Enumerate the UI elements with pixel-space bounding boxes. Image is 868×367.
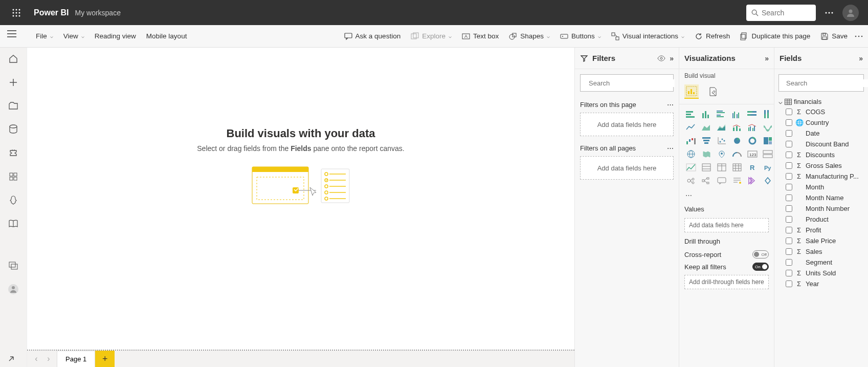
filters-all-drop[interactable]: Add data fields here [580,156,674,180]
text-box-button[interactable]: A Text box [457,29,504,44]
viz-donut[interactable] [746,135,759,146]
viz-stacked-bar[interactable] [684,109,698,120]
field-checkbox[interactable] [786,259,792,266]
my-workspace-icon[interactable] [7,283,19,295]
refresh-button[interactable]: Refresh [689,29,735,44]
field-checkbox[interactable] [786,270,792,276]
buttons-button[interactable]: Buttons⌵ [555,29,606,44]
field-checkbox[interactable] [786,248,792,255]
viz-stacked-area[interactable] [715,122,728,133]
data-hub-icon[interactable] [7,123,19,136]
viz-paginated[interactable] [746,175,759,186]
learn-icon[interactable] [7,218,19,230]
field-item[interactable]: ΣUnits Sold [774,268,868,278]
field-item[interactable]: ΣProfit [774,225,868,235]
viz-map[interactable] [684,148,698,160]
home-icon[interactable] [7,53,19,65]
viz-matrix[interactable] [730,162,744,173]
values-drop[interactable]: Add data fields here [684,218,769,232]
viz-qna[interactable] [715,175,728,186]
fields-table-header[interactable]: ⌵ financials [774,97,868,106]
field-checkbox[interactable] [786,238,792,244]
field-item[interactable]: Month [774,182,868,192]
view-menu[interactable]: View⌵ [58,29,90,43]
field-item[interactable]: ΣSales [774,246,868,257]
expand-icon[interactable] [7,355,15,363]
mobile-layout-button[interactable]: Mobile layout [141,29,192,43]
viz-pie[interactable] [730,135,744,146]
viz-multirow-card[interactable] [761,148,774,160]
file-menu[interactable]: File⌵ [31,29,58,43]
field-checkbox[interactable] [786,109,792,115]
user-avatar[interactable] [842,5,859,21]
collapse-icon[interactable]: » [859,54,863,62]
metrics-icon[interactable] [7,147,19,159]
field-item[interactable]: 🌐Country [774,117,868,128]
field-item[interactable]: ΣDiscounts [774,149,868,160]
shapes-button[interactable]: Shapes⌵ [504,29,555,44]
deployment-icon[interactable] [7,194,19,206]
filters-search-input[interactable] [589,79,675,87]
field-item[interactable]: ΣGross Sales [774,160,868,171]
more-icon[interactable]: ⋯ [667,101,674,109]
viz-card[interactable]: 123 [746,148,759,160]
field-checkbox[interactable] [786,152,792,158]
viz-r[interactable]: R [746,162,759,173]
viz-line-clustered[interactable] [746,122,759,133]
viz-kpi[interactable] [684,162,698,173]
viz-slicer[interactable] [700,162,713,173]
field-checkbox[interactable] [786,195,792,201]
viz-area[interactable] [700,122,713,133]
field-checkbox[interactable] [786,216,792,223]
field-item[interactable]: Discount Band [774,139,868,149]
tab-prev-icon[interactable]: ‹ [30,351,42,367]
ribbon-more-icon[interactable] [853,32,865,40]
global-search[interactable] [746,5,816,21]
field-checkbox[interactable] [786,130,792,137]
field-item[interactable]: Segment [774,257,868,268]
create-icon[interactable] [7,76,19,89]
field-item[interactable]: Product [774,214,868,225]
report-canvas[interactable]: Build visuals with your data Select or d… [27,48,574,351]
field-checkbox[interactable] [786,119,792,126]
explore-button[interactable]: Explore⌵ [406,29,457,44]
viz-filled-map[interactable] [700,148,713,160]
viz-line[interactable] [684,122,698,133]
field-item[interactable]: Month Name [774,192,868,203]
field-item[interactable]: Month Number [774,203,868,214]
workspace-name[interactable]: My workspace [75,9,120,17]
more-options-icon[interactable] [825,12,833,14]
save-button[interactable]: Save [815,29,853,44]
field-item[interactable]: Date [774,128,868,139]
viz-clustered-bar[interactable] [715,109,728,120]
duplicate-page-button[interactable]: Duplicate this page [735,29,815,44]
viz-100-bar[interactable] [746,109,759,120]
viz-table[interactable] [715,162,728,173]
field-checkbox[interactable] [786,205,792,212]
field-checkbox[interactable] [786,184,792,190]
viz-funnel[interactable] [700,135,713,146]
viz-scatter[interactable] [715,135,728,146]
add-page-button[interactable]: + [95,351,115,367]
reading-view-button[interactable]: Reading view [90,29,141,43]
viz-azure-map[interactable] [715,148,728,160]
more-icon[interactable]: ⋯ [667,144,674,152]
keep-filters-toggle[interactable]: On [752,263,769,271]
build-visual-mode[interactable] [684,84,699,99]
field-checkbox[interactable] [786,227,792,233]
viz-key-influencers[interactable] [684,175,698,186]
apps-icon[interactable] [7,170,19,183]
format-visual-mode[interactable] [706,84,720,99]
viz-powerapps[interactable] [761,175,774,186]
page-tab[interactable]: Page 1 [57,351,95,367]
field-checkbox[interactable] [786,141,792,147]
filters-search[interactable] [580,74,674,92]
field-item[interactable]: ΣManufacturing P... [774,171,868,182]
field-checkbox[interactable] [786,173,792,180]
viz-treemap[interactable] [761,135,774,146]
nav-toggle-icon[interactable] [7,30,16,37]
viz-gauge[interactable] [730,148,744,160]
field-item[interactable]: ΣCOGS [774,106,868,117]
field-item[interactable]: ΣSale Price [774,235,868,246]
collapse-icon[interactable]: » [765,54,769,62]
